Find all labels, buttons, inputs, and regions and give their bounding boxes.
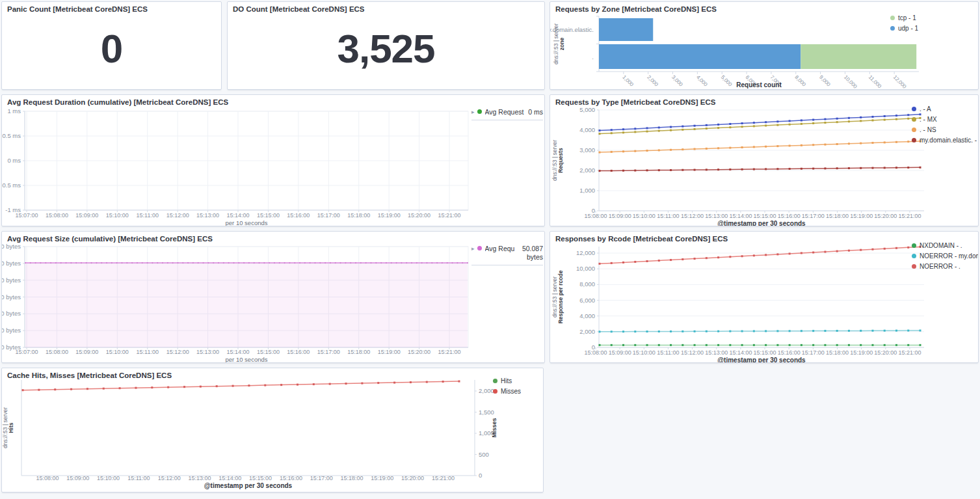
y-tick-label: 10,000	[576, 265, 595, 272]
chart-legend: HitsMisses	[493, 377, 521, 398]
x-tick-label: 11,000	[867, 74, 883, 90]
bar-segment[interactable]	[599, 18, 653, 41]
x-tick-label: 15:16:00	[287, 349, 310, 355]
x-tick-label: 15:08:00	[46, 212, 68, 219]
x-tick-label: 15:12:00	[166, 212, 189, 219]
x-tick-label: 15:17:00	[802, 349, 825, 356]
legend-dot-icon	[890, 26, 895, 31]
legend-item[interactable]: NOERROR - .	[912, 263, 978, 270]
x-tick-label: 15:14:00	[226, 349, 249, 355]
y-tick-label: 20 bytes	[2, 310, 21, 317]
legend-label: Avg Request ...	[485, 245, 514, 252]
panel-requests-by-type: Requests by Type [Metricbeat CoreDNS] EC…	[550, 94, 979, 226]
panel-title-avg-request-duration[interactable]: Avg Request Duration (cumulative) [Metri…	[2, 95, 544, 109]
bar-segment[interactable]	[599, 44, 801, 69]
legend-item[interactable]: tcp - 1	[890, 14, 918, 21]
legend-item[interactable]: . - NS	[912, 126, 978, 133]
x-tick-label: 15:15:00	[257, 349, 280, 355]
x-tick-label: 15:10:00	[97, 475, 120, 481]
x-tick-label: 15:09:00	[609, 349, 631, 356]
legend-label: Avg Request Dura...	[485, 108, 526, 116]
panel-title-cache-hits-misses[interactable]: Cache Hits, Misses [Metricbeat CoreDNS] …	[2, 368, 543, 383]
x-tick-label: 15:17:00	[317, 349, 340, 355]
x-tick-label: 15:20:00	[401, 475, 424, 481]
legend-dot-icon	[912, 107, 916, 111]
x-tick-label: 15:14:00	[226, 212, 249, 219]
cache-hits-misses-chart[interactable]: 05001,0001,5002,000Misses15:08:0015:09:0…	[2, 368, 543, 492]
avg-request-duration-chart[interactable]: 1 ms0.5 ms0 ms-0.5 ms-1 ms15:07:0015:08:…	[2, 95, 544, 226]
x-tick-label: 15:10:00	[106, 212, 129, 219]
legend-label: tcp - 1	[898, 14, 916, 21]
y-tick-label: 40 bytes	[2, 276, 21, 284]
x-tick-label: 15:18:00	[347, 212, 370, 219]
panel-title-do-count[interactable]: DO Count [Metricbeat CoreDNS] ECS	[228, 2, 544, 16]
legend-item[interactable]: . - A	[912, 105, 978, 113]
legend-item[interactable]: Misses	[493, 388, 521, 395]
svg-text:dns://:53 | serverHits: dns://:53 | serverHits	[2, 407, 14, 448]
chevron-right-icon[interactable]: ▸	[471, 245, 475, 252]
legend-value: 0 ms	[528, 108, 543, 116]
svg-text:dns://:53 | serverResponse per: dns://:53 | serverResponse per rcode	[551, 270, 564, 323]
x-tick-label: 15:08:00	[584, 213, 607, 219]
x-tick-label: 15:08:00	[36, 475, 59, 481]
x-tick-label: 15:07:00	[15, 349, 38, 355]
x-tick-label: 15:16:00	[778, 213, 801, 219]
legend-dot-icon	[912, 117, 916, 122]
legend-dot-icon	[912, 128, 916, 132]
x-tick-label: 15:13:00	[196, 349, 219, 355]
x-tick-label: 15:12:00	[166, 349, 189, 355]
panel-title-avg-request-size[interactable]: Avg Request Size (cumulative) [Metricbea…	[2, 232, 544, 246]
legend-dot-icon	[890, 16, 895, 20]
x-tick-label: 15:09:00	[75, 212, 98, 219]
x-axis-title: per 10 seconds	[226, 219, 268, 226]
x-tick-label: 15:11:00	[137, 212, 159, 219]
x-tick-label: 15:11:00	[127, 475, 150, 481]
x-tick-label: 15:18:00	[347, 349, 370, 355]
x-axis-title: @timestamp per 30 seconds	[204, 482, 293, 489]
legend-label: my.domain.elastic. - A	[920, 137, 978, 144]
y-axis-title: dns://:53 | serverHits	[2, 407, 14, 448]
y-tick-label: -0.5 ms	[2, 182, 21, 189]
y-tick-label: 8,000	[579, 280, 595, 288]
legend-label: . - NS	[920, 126, 936, 133]
x-tick-label: 15:10:00	[633, 213, 656, 219]
legend-item[interactable]: udp - 1	[890, 25, 918, 32]
chevron-right-icon[interactable]: ▸	[471, 109, 475, 115]
x-tick-label: 15:20:00	[874, 349, 897, 356]
legend-dot-icon	[493, 379, 497, 383]
x-tick-label: 4,000	[695, 74, 709, 88]
chart-legend: ▸Avg Request ...50.087 bytes	[471, 245, 543, 265]
legend-item[interactable]: ▸Avg Request ...50.087 bytes	[471, 245, 543, 265]
legend-item[interactable]: NXDOMAIN - .	[912, 242, 978, 249]
x-tick-label: 15:17:00	[317, 212, 340, 219]
panel-avg-request-size: Avg Request Size (cumulative) [Metricbea…	[1, 231, 545, 363]
legend-dot-icon	[493, 389, 497, 394]
x-tick-label: 15:21:00	[438, 212, 460, 219]
x-tick-label: 15:09:00	[609, 213, 631, 219]
legend-dot-icon	[912, 264, 916, 269]
bar-segment[interactable]	[801, 44, 916, 69]
panel-title-panic-count[interactable]: Panic Count [Metricbeat CoreDNS] ECS	[2, 2, 221, 16]
legend-item[interactable]: NOERROR - my.dom...	[912, 252, 978, 260]
x-tick-label: 15:19:00	[378, 349, 401, 355]
x-tick-label: 15:09:00	[75, 349, 98, 355]
x-tick-label: 15:19:00	[371, 475, 393, 481]
x-tick-label: 15:18:00	[826, 213, 849, 219]
y-tick-label: 6,000	[579, 297, 595, 304]
legend-item[interactable]: . - MX	[912, 116, 978, 123]
x-tick-label: 15:15:00	[754, 349, 776, 356]
avg-request-size-chart[interactable]: 0 bytes10 bytes20 bytes30 bytes40 bytes5…	[2, 232, 544, 362]
panel-avg-request-duration: Avg Request Duration (cumulative) [Metri…	[1, 94, 545, 226]
legend-item[interactable]: Hits	[493, 377, 521, 384]
legend-label: NXDOMAIN - .	[920, 242, 962, 249]
x-tick-label: 15:12:00	[158, 475, 181, 481]
x-tick-label: 12,000	[892, 74, 908, 90]
y-tick-label: 1,000	[579, 187, 595, 194]
legend-value: 50.087 bytes	[517, 245, 543, 262]
legend-item[interactable]: my.domain.elastic. - A	[912, 137, 978, 144]
legend-item[interactable]: ▸Avg Request Dura...0 ms	[471, 108, 543, 120]
x-tick-label: 15:12:00	[681, 349, 704, 356]
y-tick-label: 0 ms	[7, 157, 21, 164]
x-tick-label: 15:17:00	[802, 213, 825, 219]
y-tick-label: 12,000	[576, 249, 595, 256]
